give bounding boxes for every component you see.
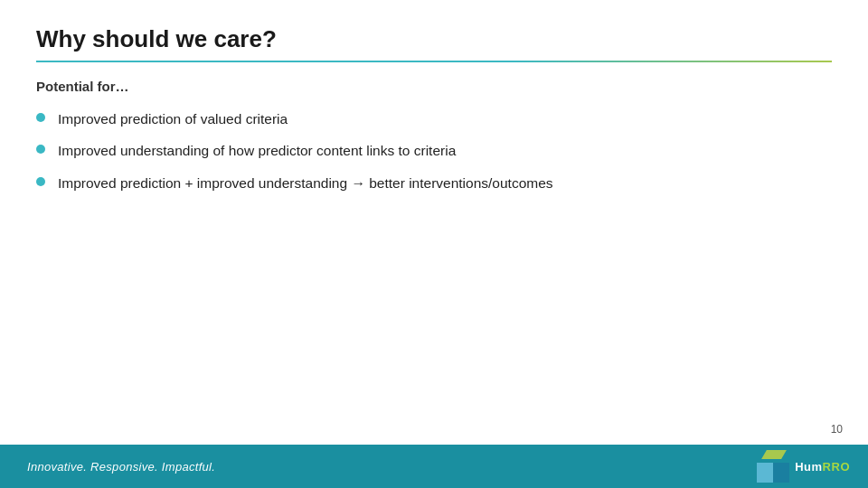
bullet-text-3: Improved prediction + improved understan… bbox=[58, 173, 553, 193]
footer: Innovative. Responsive. Impactful. HumRR… bbox=[0, 445, 868, 488]
slide: Why should we care? Potential for… Impro… bbox=[0, 0, 868, 488]
bullet-item-2: Improved understanding of how predictor … bbox=[36, 140, 832, 161]
cube-face-left bbox=[757, 463, 773, 483]
bullet-item-3: Improved prediction + improved understan… bbox=[36, 173, 832, 193]
cube-face-top bbox=[761, 450, 787, 459]
page-number: 10 bbox=[831, 423, 843, 436]
bullet-dot-1 bbox=[36, 113, 45, 122]
slide-title: Why should we care? bbox=[36, 25, 832, 53]
title-underline bbox=[36, 61, 832, 62]
footer-logo: HumRRO bbox=[757, 450, 850, 483]
bullet-item-1: Improved prediction of valued criteria bbox=[36, 108, 832, 129]
section-label: Potential for… bbox=[36, 79, 832, 94]
bullet-dot-3 bbox=[36, 177, 45, 186]
main-content: Why should we care? Potential for… Impro… bbox=[0, 0, 868, 488]
cube-face-right bbox=[773, 463, 789, 483]
bullet-dot-2 bbox=[36, 145, 45, 154]
logo-hum: Hum bbox=[795, 460, 822, 474]
bullet-text-2: Improved understanding of how predictor … bbox=[58, 140, 456, 161]
bullet-list: Improved prediction of valued criteria I… bbox=[36, 108, 832, 193]
logo-cube-shape bbox=[757, 450, 789, 483]
bullet-text-1: Improved prediction of valued criteria bbox=[58, 108, 288, 129]
logo-text: HumRRO bbox=[795, 460, 850, 474]
footer-tagline: Innovative. Responsive. Impactful. bbox=[27, 460, 215, 474]
logo-rro: RRO bbox=[823, 460, 850, 474]
